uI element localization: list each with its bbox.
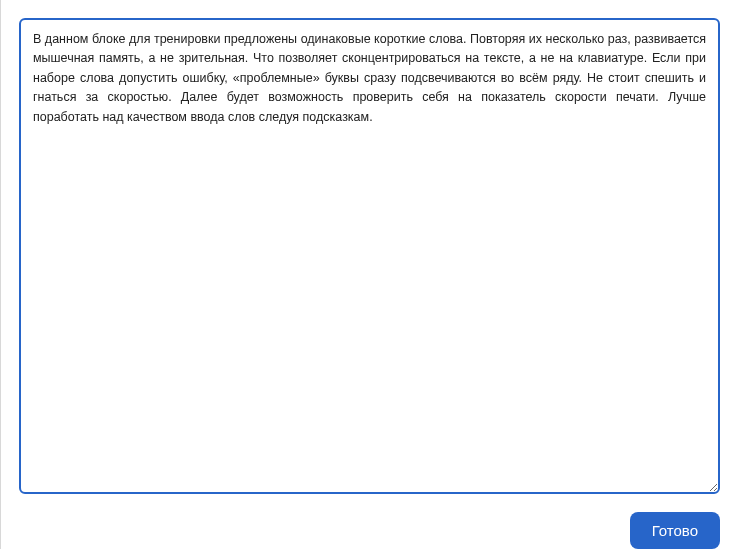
editor-panel: Готово bbox=[0, 0, 738, 549]
textarea-wrapper bbox=[1, 0, 738, 502]
button-row: Готово bbox=[1, 502, 738, 549]
typing-practice-textarea[interactable] bbox=[19, 18, 720, 494]
ready-button[interactable]: Готово bbox=[630, 512, 720, 549]
